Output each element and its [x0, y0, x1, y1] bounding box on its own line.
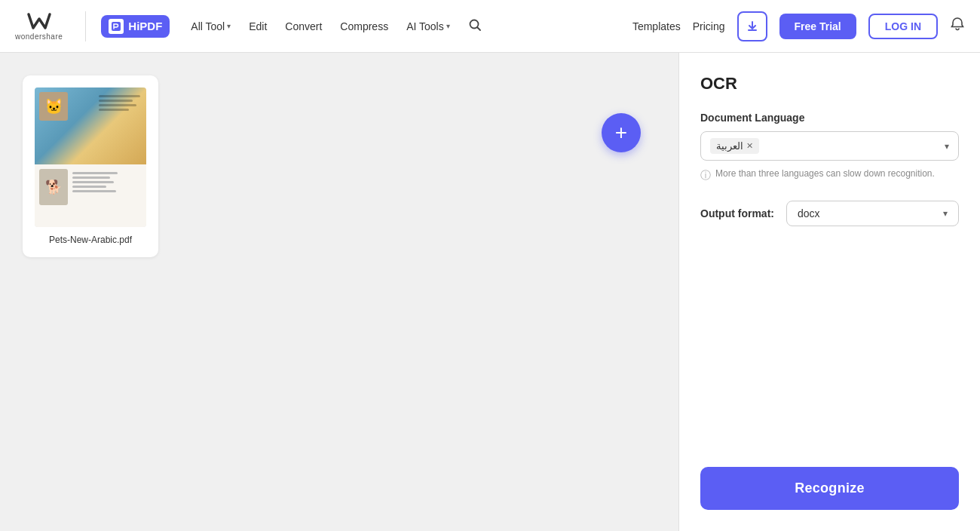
thumbnail-bottom: 🐕 — [35, 164, 146, 227]
info-icon: ⓘ — [700, 169, 711, 183]
output-format-label: Output format: — [700, 207, 774, 219]
free-trial-button[interactable]: Free Trial — [779, 14, 856, 39]
plus-icon: + — [615, 121, 627, 145]
chevron-down-icon: ▾ — [227, 22, 231, 30]
cat-image: 🐱 — [39, 92, 68, 121]
templates-link[interactable]: Templates — [632, 20, 681, 32]
search-button[interactable] — [461, 14, 489, 39]
language-tag-text: العربية — [716, 140, 743, 152]
wondershare-logo: wondershare — [15, 11, 63, 41]
output-format-value: docx — [798, 207, 820, 219]
svg-line-2 — [477, 27, 480, 30]
hipdf-badge-icon — [109, 19, 124, 34]
notification-bell-icon[interactable] — [950, 17, 965, 35]
nav-all-tool[interactable]: All Tool ▾ — [183, 16, 238, 37]
chevron-down-icon: ▾ — [943, 208, 948, 219]
warning-text: More than three languages can slow down … — [715, 168, 935, 179]
right-nav: Templates Pricing Free Trial LOG IN — [632, 11, 965, 41]
language-tag-arabic: العربية ✕ — [710, 138, 759, 154]
file-thumbnail: 🐱 🐕 — [35, 87, 146, 227]
document-language-label: Document Language — [700, 112, 959, 124]
add-file-button[interactable]: + — [602, 113, 641, 152]
chevron-down-icon: ▾ — [446, 22, 450, 30]
wondershare-text: wondershare — [15, 32, 63, 41]
chevron-down-icon: ▾ — [945, 141, 949, 152]
recognize-button[interactable]: Recognize — [700, 467, 959, 510]
warning-row: ⓘ More than three languages can slow dow… — [700, 168, 959, 183]
login-button[interactable]: LOG IN — [868, 14, 938, 39]
download-button[interactable] — [737, 11, 767, 41]
svg-point-1 — [470, 20, 478, 28]
svg-rect-0 — [112, 22, 121, 31]
nav-compress[interactable]: Compress — [332, 16, 396, 37]
output-format-row: Output format: docx ▾ — [700, 201, 959, 226]
file-card: 🐱 🐕 — [23, 75, 158, 257]
output-format-select[interactable]: docx ▾ — [786, 201, 959, 226]
ocr-panel: OCR Document Language العربية ✕ ▾ ⓘ More… — [678, 53, 980, 531]
nav-edit[interactable]: Edit — [241, 16, 274, 37]
main-nav: All Tool ▾ Edit Convert Compress AI Tool… — [183, 14, 488, 39]
nav-ai-tools[interactable]: AI Tools ▾ — [399, 16, 458, 37]
header: wondershare HiPDF All Tool ▾ Edit Conver… — [0, 0, 980, 53]
recognize-btn-area: Recognize — [700, 467, 959, 531]
text-lines-top — [99, 95, 140, 111]
file-name: Pets-New-Arabic.pdf — [49, 235, 132, 245]
ocr-title: OCR — [700, 74, 959, 94]
nav-convert[interactable]: Convert — [277, 16, 329, 37]
language-selector[interactable]: العربية ✕ ▾ — [700, 131, 959, 161]
left-panel: 🐱 🐕 — [0, 53, 678, 531]
main-layout: 🐱 🐕 — [0, 53, 980, 531]
header-divider — [85, 11, 86, 41]
person-image: 🐕 — [39, 169, 68, 205]
hipdf-badge[interactable]: HiPDF — [101, 15, 170, 38]
wondershare-icon — [26, 11, 53, 32]
hipdf-label: HiPDF — [128, 20, 162, 32]
logo-area: wondershare — [15, 11, 63, 41]
text-lines-bottom — [72, 172, 118, 192]
remove-language-icon[interactable]: ✕ — [746, 141, 753, 151]
pricing-link[interactable]: Pricing — [693, 20, 725, 32]
language-tags: العربية ✕ — [710, 138, 759, 154]
thumbnail-top: 🐱 — [35, 87, 146, 164]
svg-rect-3 — [748, 29, 757, 31]
